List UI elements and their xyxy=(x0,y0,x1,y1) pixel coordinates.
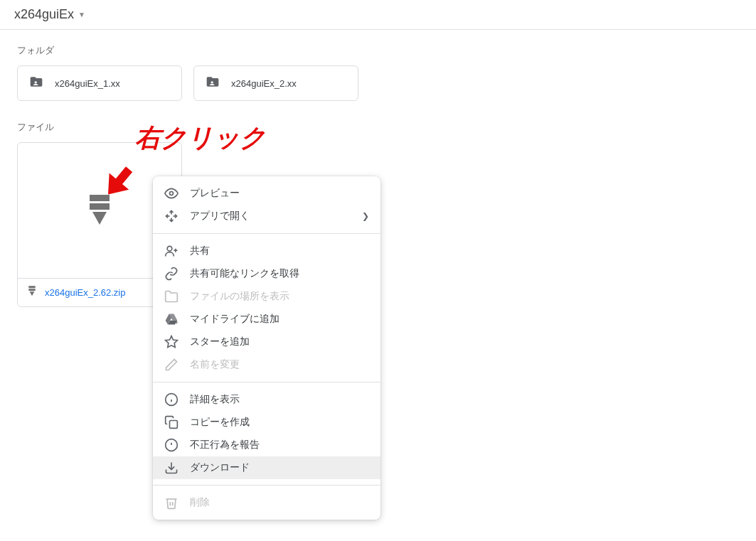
menu-label: 削除 xyxy=(190,496,369,509)
menu-label: 共有可能なリンクを取得 xyxy=(190,267,369,280)
menu-label: ダウンロード xyxy=(190,461,369,474)
download-icon xyxy=(164,461,179,475)
drive-add-icon: + xyxy=(164,312,179,326)
menu-label: アプリで開く xyxy=(190,210,362,223)
menu-rename: 名前を変更 xyxy=(153,353,380,376)
menu-label: 名前を変更 xyxy=(190,358,369,371)
menu-label: ファイルの場所を表示 xyxy=(190,290,369,303)
svg-point-0 xyxy=(35,81,37,83)
menu-get-link[interactable]: 共有可能なリンクを取得 xyxy=(153,262,380,285)
eye-icon xyxy=(164,186,179,200)
menu-add-to-drive[interactable]: + マイドライブに追加 xyxy=(153,308,380,331)
folder-label: x264guiEx_2.xx xyxy=(231,78,297,89)
svg-rect-6 xyxy=(28,289,35,291)
folder-card[interactable]: x264guiEx_2.xx xyxy=(193,65,358,101)
menu-divider xyxy=(153,382,380,382)
svg-rect-5 xyxy=(28,286,35,288)
open-with-icon xyxy=(164,209,179,223)
chevron-right-icon: ❯ xyxy=(362,211,369,221)
svg-marker-7 xyxy=(30,291,35,296)
menu-label: 共有 xyxy=(190,245,369,257)
star-icon xyxy=(164,335,179,349)
menu-share[interactable]: 共有 xyxy=(153,240,380,262)
file-name: x264guiEx_2.62.zip xyxy=(45,287,125,298)
menu-label: プレビュー xyxy=(190,187,369,200)
menu-label: 詳細を表示 xyxy=(190,393,369,406)
folder-title[interactable]: x264guiEx xyxy=(14,7,74,22)
folders-container: x264guiEx_1.xx x264guiEx_2.xx xyxy=(17,65,739,101)
menu-delete: 削除 xyxy=(153,491,380,514)
svg-point-10 xyxy=(170,192,174,195)
menu-download[interactable]: ダウンロード xyxy=(153,456,380,479)
alert-icon xyxy=(164,438,179,452)
person-add-icon xyxy=(164,244,179,258)
menu-divider xyxy=(153,233,380,234)
menu-label: コピーを作成 xyxy=(190,416,369,429)
archive-mini-icon xyxy=(28,286,36,299)
files-section-label: ファイル xyxy=(17,121,739,134)
shared-folder-icon xyxy=(206,75,220,92)
svg-marker-4 xyxy=(92,212,107,225)
svg-rect-22 xyxy=(170,421,178,429)
menu-preview[interactable]: プレビュー xyxy=(153,182,380,205)
link-icon xyxy=(164,267,179,281)
pencil-icon xyxy=(164,358,179,372)
folder-icon xyxy=(164,289,179,304)
copy-icon xyxy=(164,415,179,429)
dropdown-arrow-icon[interactable]: ▼ xyxy=(78,11,85,18)
menu-add-star[interactable]: スターを追加 xyxy=(153,331,380,353)
svg-marker-18 xyxy=(166,336,178,348)
menu-label: 不正行為を報告 xyxy=(190,439,369,451)
menu-divider xyxy=(153,485,380,486)
info-icon xyxy=(164,392,179,407)
header-bar: x264guiEx ▼ xyxy=(0,0,756,30)
menu-open-with[interactable]: アプリで開く ❯ xyxy=(153,205,380,227)
svg-rect-2 xyxy=(90,195,110,201)
menu-show-location: ファイルの場所を表示 xyxy=(153,285,380,308)
svg-point-1 xyxy=(211,81,213,83)
trash-icon xyxy=(164,496,179,510)
annotation-right-click: 右クリック xyxy=(135,121,266,156)
menu-label: スターを追加 xyxy=(190,336,369,348)
svg-rect-3 xyxy=(90,203,110,210)
svg-text:+: + xyxy=(175,319,179,326)
shared-folder-icon xyxy=(29,75,43,92)
folders-section-label: フォルダ xyxy=(17,44,739,57)
archive-file-icon xyxy=(87,195,112,226)
menu-label: マイドライブに追加 xyxy=(190,313,369,326)
svg-point-11 xyxy=(167,246,172,251)
folder-label: x264guiEx_1.xx xyxy=(55,78,120,89)
menu-make-copy[interactable]: コピーを作成 xyxy=(153,411,380,434)
menu-show-details[interactable]: 詳細を表示 xyxy=(153,388,380,411)
menu-report-abuse[interactable]: 不正行為を報告 xyxy=(153,434,380,456)
context-menu: プレビュー アプリで開く ❯ 共有 共有可能なリンクを取得 ファイルの場所を表示… xyxy=(153,176,380,520)
folder-card[interactable]: x264guiEx_1.xx xyxy=(17,65,182,101)
